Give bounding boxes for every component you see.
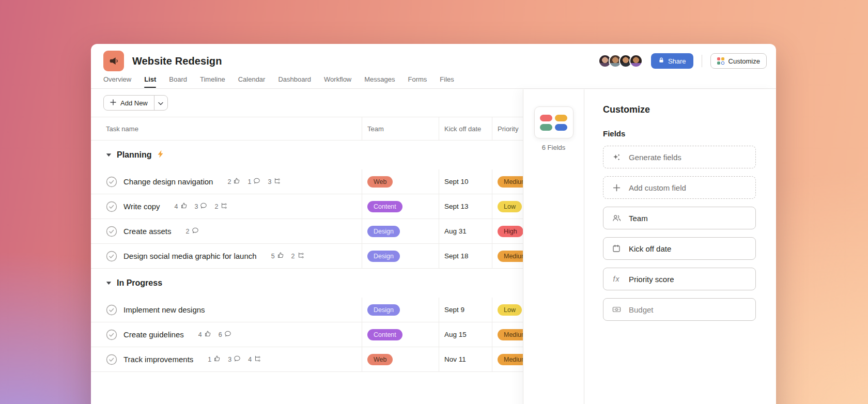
check-circle-icon[interactable]: [106, 226, 117, 237]
subtask-icon: [254, 355, 261, 364]
task-name[interactable]: Create guidelines: [123, 330, 184, 339]
tab-overview[interactable]: Overview: [103, 75, 131, 88]
thumbs-up-icon: [204, 330, 211, 339]
kickoff-date[interactable]: Aug 15: [444, 331, 467, 338]
customize-body: Customize Fields Generate fields Add cus…: [584, 89, 776, 404]
kickoff-date[interactable]: Sept 10: [444, 178, 469, 185]
project-header: Website Redesign Share Custom: [91, 44, 776, 89]
tab-board[interactable]: Board: [169, 75, 187, 88]
kickoff-date[interactable]: Sept 18: [444, 252, 469, 260]
customize-grid-icon: [717, 57, 724, 65]
comment-icon: [253, 177, 260, 186]
member-avatars: [598, 54, 643, 68]
fields-heading: Fields: [603, 129, 756, 138]
banknote-icon: [612, 306, 621, 313]
comment-icon: [224, 330, 231, 339]
field-button-priority-score[interactable]: fx Priority score: [603, 268, 756, 290]
task-name[interactable]: Change design navigation: [123, 177, 213, 186]
add-custom-field-button[interactable]: Add custom field: [603, 176, 756, 199]
team-pill[interactable]: Content: [367, 329, 402, 340]
team-pill[interactable]: Design: [367, 226, 400, 237]
team-pill[interactable]: Design: [367, 304, 400, 316]
people-icon: [612, 214, 621, 222]
check-circle-icon[interactable]: [106, 201, 117, 212]
tab-messages[interactable]: Messages: [364, 75, 395, 88]
sparkle-icon: [612, 153, 621, 162]
tab-calendar[interactable]: Calendar: [238, 75, 266, 88]
field-button-kickoff-date[interactable]: Kick off date: [603, 237, 756, 260]
comment-icon: [200, 202, 207, 211]
priority-pill[interactable]: Low: [498, 304, 522, 316]
subtask-icon: [220, 202, 227, 211]
thumbs-up-icon: [213, 355, 221, 364]
column-header-team[interactable]: Team: [362, 117, 439, 140]
task-stats: 2: [186, 227, 199, 236]
kickoff-date[interactable]: Nov 11: [444, 355, 466, 363]
header-divider: [702, 55, 702, 67]
check-circle-icon[interactable]: [106, 176, 117, 188]
add-new-dropdown-button[interactable]: [154, 96, 167, 110]
generate-fields-button[interactable]: Generate fields: [603, 146, 756, 168]
view-tabs: Overview List Board Timeline Calendar Da…: [91, 75, 776, 88]
task-stats: 2 1 3: [227, 177, 281, 186]
share-button[interactable]: Share: [651, 53, 693, 69]
app-window: Website Redesign Share Custom: [91, 44, 776, 404]
tab-timeline[interactable]: Timeline: [200, 75, 225, 88]
caret-down-icon[interactable]: [106, 281, 112, 285]
fields-summary-card[interactable]: [534, 106, 574, 138]
add-new-button[interactable]: Add New: [104, 96, 154, 110]
task-name[interactable]: Design social media graphic for launch: [123, 252, 257, 260]
customize-button[interactable]: Customize: [710, 53, 767, 69]
thumbs-up-icon: [180, 202, 188, 211]
tab-files[interactable]: Files: [440, 75, 454, 88]
tab-forms[interactable]: Forms: [408, 75, 427, 88]
customize-title: Customize: [603, 104, 756, 115]
subtask-icon: [297, 252, 304, 260]
plus-icon: [612, 184, 621, 192]
subtask-icon: [273, 177, 281, 186]
field-button-budget[interactable]: Budget: [603, 298, 756, 321]
check-circle-icon[interactable]: [106, 251, 117, 262]
page-title: Website Redesign: [132, 55, 222, 67]
avatar[interactable]: [629, 54, 643, 68]
kickoff-date[interactable]: Aug 31: [444, 227, 467, 235]
task-name[interactable]: Track improvements: [123, 355, 193, 364]
task-stats: 4 3 2: [175, 202, 228, 211]
task-name[interactable]: Implement new designs: [123, 305, 205, 314]
task-stats: 1 3 4: [208, 355, 261, 364]
project-megaphone-icon[interactable]: [103, 51, 124, 71]
check-circle-icon[interactable]: [106, 304, 117, 316]
comment-icon: [234, 355, 241, 364]
tab-workflow[interactable]: Workflow: [324, 75, 351, 88]
fields-grid-icon: [540, 115, 567, 131]
priority-pill[interactable]: High: [498, 226, 523, 237]
kickoff-date[interactable]: Sept 13: [444, 203, 469, 210]
team-pill[interactable]: Web: [367, 354, 393, 365]
calendar-icon: [612, 244, 621, 253]
caret-down-icon[interactable]: [106, 153, 112, 157]
column-header-task-name[interactable]: Task name: [91, 117, 362, 140]
task-stats: 4 6: [198, 330, 231, 339]
plus-icon: [110, 99, 116, 107]
kickoff-date[interactable]: Sept 9: [444, 306, 464, 314]
field-button-team[interactable]: Team: [603, 207, 756, 229]
team-pill[interactable]: Content: [367, 201, 402, 212]
tab-dashboard[interactable]: Dashboard: [278, 75, 311, 88]
team-pill[interactable]: Web: [367, 176, 393, 188]
thumbs-up-icon: [233, 177, 240, 186]
column-header-kickoff[interactable]: Kick off date: [439, 117, 492, 140]
task-stats: 5 2: [271, 252, 304, 260]
priority-pill[interactable]: Low: [498, 201, 522, 212]
lock-icon: [658, 57, 664, 65]
check-circle-icon[interactable]: [106, 354, 117, 365]
comment-icon: [192, 227, 199, 236]
chevron-down-icon: [158, 99, 163, 107]
fields-count-label: 6 Fields: [542, 144, 566, 151]
thumbs-up-icon: [277, 252, 284, 260]
fields-summary-strip: 6 Fields: [523, 89, 584, 404]
check-circle-icon[interactable]: [106, 329, 117, 340]
team-pill[interactable]: Design: [367, 251, 400, 262]
task-name[interactable]: Write copy: [123, 202, 160, 211]
tab-list[interactable]: List: [144, 75, 156, 88]
task-name[interactable]: Create assets: [123, 227, 172, 236]
